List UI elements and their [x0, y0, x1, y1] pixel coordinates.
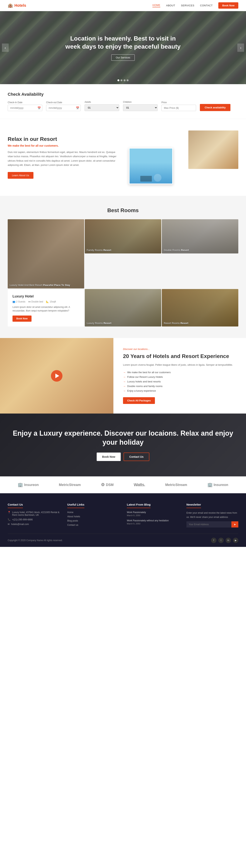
- newsletter-submit-button[interactable]: ➤: [232, 521, 238, 527]
- blog-title-1[interactable]: Work Passionately: [127, 511, 179, 514]
- email-icon: ✉: [8, 523, 10, 526]
- hero-next-button[interactable]: ›: [237, 43, 244, 52]
- adults-select[interactable]: 01020304: [85, 104, 119, 111]
- youtube-icon[interactable]: ▶: [233, 538, 238, 543]
- rooms-grid: Luxury Hotel And Best Resort Peaceful Pl…: [8, 219, 238, 327]
- facebook-icon[interactable]: f: [211, 538, 216, 543]
- room-image: [188, 130, 238, 169]
- blog-title-2[interactable]: Work Passionately without any hesitation: [127, 519, 179, 522]
- cta-contact-button[interactable]: Contact Us: [124, 453, 149, 461]
- hero-services-button[interactable]: Our Services: [111, 54, 134, 61]
- insureon-label-1: Insureon: [24, 483, 39, 487]
- footer-address: 📍 Luxury hotel, #37841 block, #221005 Re…: [8, 511, 60, 516]
- size-info: 📐 15sqft: [46, 300, 56, 303]
- room-resort-label: Resort Rooms Resort: [164, 322, 188, 324]
- room-meta: 👥 2 Guests 🛏 Double bed 📐 15sqft: [12, 300, 80, 303]
- check-packages-button[interactable]: Check All Packages: [123, 397, 155, 404]
- room-main-image: Luxury Hotel And Best Resort Peaceful Pl…: [8, 219, 84, 288]
- insureon-label-2: Insureon: [214, 483, 228, 487]
- adults-label: Adults: [85, 101, 119, 103]
- hero-section: ‹ Location is heavenly. Best to visit in…: [0, 11, 246, 84]
- blog-date-2: March 9, 2050: [127, 523, 179, 525]
- dot-1[interactable]: [117, 80, 119, 81]
- discover-image: [0, 338, 113, 413]
- room-main-card: Luxury Hotel And Best Resort Peaceful Pl…: [8, 219, 84, 288]
- insureon-icon: 🏢: [18, 482, 23, 487]
- footer-link-about[interactable]: About hotels: [67, 515, 119, 518]
- check-availability-button[interactable]: Check availability: [200, 104, 230, 111]
- hero-prev-button[interactable]: ‹: [2, 43, 9, 52]
- room-family-card: Family Rooms Resort: [85, 219, 161, 253]
- checkout-input[interactable]: [46, 105, 81, 111]
- dsm-label: DSM: [106, 483, 114, 487]
- blog-item-1: Work Passionately March 9, 2050: [127, 511, 179, 517]
- nav-services[interactable]: SERVICES: [181, 4, 194, 7]
- price-group: Price: [161, 101, 196, 111]
- relax-title: Relax in our Resort: [8, 136, 117, 142]
- learn-about-us-button[interactable]: Learn About Us: [8, 172, 33, 179]
- footer-link-contact[interactable]: Contact us: [67, 524, 119, 526]
- dot-4[interactable]: [127, 80, 129, 81]
- children-select[interactable]: 01020304: [123, 104, 158, 111]
- linkedin-icon[interactable]: in: [226, 538, 231, 543]
- room-resort-image: Resort Rooms Resort: [162, 289, 238, 327]
- room-luxury-image: Luxury Rooms Resort: [85, 289, 161, 327]
- availability-title: Check Availability: [8, 92, 238, 97]
- relax-text: Duis nisl sapien, elementum finibus ferm…: [8, 150, 117, 167]
- dot-2[interactable]: [121, 80, 122, 81]
- cta-book-button[interactable]: Book Now: [97, 453, 121, 461]
- partner-insureon-1: 🏢 Insureon: [18, 482, 39, 487]
- footer-grid: Contact Us 📍 Luxury hotel, #37841 block,…: [8, 503, 238, 528]
- footer-newsletter-col: Newsletter Enter your email and receive …: [186, 503, 238, 528]
- best-rooms-title: Best Rooms: [8, 207, 238, 214]
- checkin-input[interactable]: [8, 105, 42, 111]
- logo[interactable]: 🏨 Hotels: [8, 3, 26, 8]
- hero-title: Location is heavenly. Best to visit in w…: [65, 35, 181, 51]
- nav-contact[interactable]: CONTACT: [200, 4, 213, 7]
- footer-link-home[interactable]: Home: [67, 511, 119, 514]
- hero-content: Location is heavenly. Best to visit in w…: [65, 35, 181, 61]
- room-info-box: Luxury Hotel 👥 2 Guests 🛏 Double bed 📐 1…: [8, 289, 84, 327]
- location-icon: 📍: [8, 511, 10, 514]
- footer-links-title: Useful Links: [67, 503, 84, 508]
- nav-home[interactable]: HOME: [152, 4, 160, 7]
- footer-contact-title: Contact Us: [8, 503, 23, 508]
- copyright-text: Copyright © 2020 Company Name All rights…: [8, 539, 63, 542]
- relax-subtitle: We make the best for all our customers.: [8, 144, 117, 147]
- book-now-room-button[interactable]: Book Now: [12, 315, 32, 322]
- brand-name: Hotels: [14, 3, 26, 8]
- newsletter-email-input[interactable]: [186, 521, 232, 527]
- discover-section: Discover our locations... 20 Years of Ho…: [0, 338, 246, 413]
- dsm-icon: ⚙: [101, 482, 105, 487]
- price-label: Price: [161, 101, 196, 104]
- relax-images: [129, 130, 238, 184]
- partner-dsm: ⚙ DSM: [101, 482, 114, 487]
- discover-item-3: Luxury hotels and best resorts: [123, 380, 236, 383]
- book-now-button[interactable]: Book Now: [218, 2, 238, 9]
- availability-section: Check Availability Check-In Date 📅 Check…: [0, 84, 246, 119]
- hero-dots: [117, 80, 129, 81]
- insureon-icon-2: 🏢: [207, 482, 213, 487]
- room-double-label: Double Rooms Resort: [164, 249, 189, 252]
- dot-3[interactable]: [124, 80, 125, 81]
- partners-section: 🏢 Insureon MetricStream ⚙ DSM Watts. Met…: [0, 476, 246, 493]
- play-button[interactable]: [51, 370, 62, 382]
- newsletter-text: Enter your email and receive the latest …: [186, 511, 238, 519]
- bed-info: 🛏 Double bed: [28, 300, 43, 303]
- checkout-group: Check-out Date 📅: [46, 101, 81, 111]
- footer-link-blog[interactable]: Blog posts: [67, 519, 119, 522]
- partner-watts: Watts.: [134, 482, 145, 487]
- nav-about[interactable]: ABOUT: [166, 4, 175, 7]
- partner-insureon-2: 🏢 Insureon: [207, 482, 228, 487]
- discover-content: Discover our locations... 20 Years of Ho…: [113, 338, 246, 413]
- availability-form: Check-In Date 📅 Check-out Date 📅 Adults …: [8, 101, 238, 111]
- price-input[interactable]: [161, 105, 196, 111]
- room-hotel-name: Luxury Hotel: [12, 294, 80, 299]
- pool-image: [129, 149, 172, 184]
- cta-banner: Enjoy a Luxury experience. Discover our …: [0, 413, 246, 476]
- checkin-group: Check-In Date 📅: [8, 101, 42, 111]
- relax-content: Relax in our Resort We make the best for…: [8, 136, 117, 179]
- footer-blog-title: Latest From Blog: [127, 503, 151, 508]
- twitter-icon[interactable]: t: [218, 538, 224, 543]
- phone-icon: 📞: [8, 518, 10, 521]
